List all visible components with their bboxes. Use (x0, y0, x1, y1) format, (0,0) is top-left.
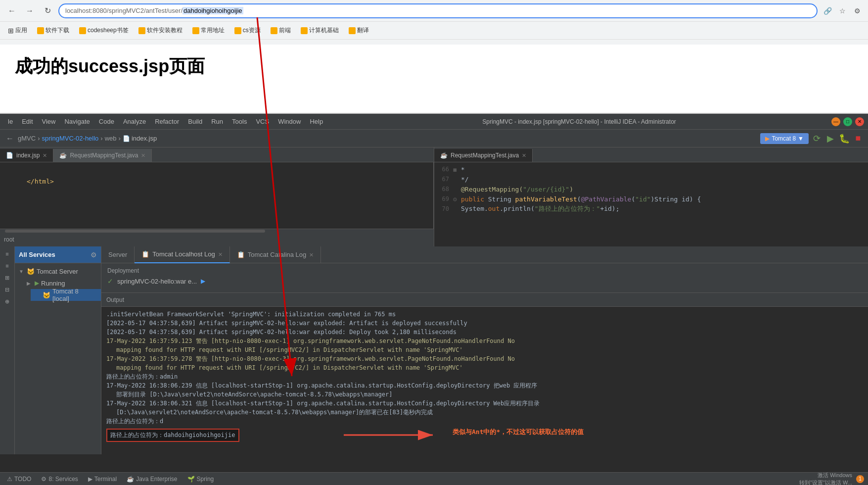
menu-code[interactable]: Code (95, 116, 118, 127)
menu-run[interactable]: Run (207, 116, 227, 127)
tab-requestmapping-right[interactable]: ☕ RequestMappingTest.java ✕ (434, 149, 533, 162)
breadcrumb-springmvc[interactable]: springMVC-02-hello (42, 135, 98, 142)
bookmark-apps-label: 应用 (15, 26, 27, 35)
right-line-70: 70 System.out.println("路径上的占位符为："+id); (434, 204, 868, 214)
tomcat-server-arrow: ▼ (19, 269, 25, 274)
expand-all-btn[interactable]: ≡ (2, 260, 13, 271)
menu-window[interactable]: Window (274, 116, 305, 127)
tab-index-jsp[interactable]: 📄 index.jsp ✕ (0, 149, 53, 162)
left-editor-tabs: 📄 index.jsp ✕ ☕ RequestMappingTest.java … (0, 147, 434, 162)
menu-analyze[interactable]: Analyze (119, 116, 150, 127)
extensions-button[interactable]: ⚙ (851, 5, 863, 17)
menu-view[interactable]: View (38, 116, 60, 127)
right-code-area: 66 ◼ * 67 */ 68 @RequestMapping("/user/{… (434, 162, 868, 227)
tab-server[interactable]: Server (101, 246, 135, 263)
activate-sub: 转到"设置"以激活 W... (799, 479, 852, 485)
run-button[interactable]: ▶ (824, 133, 836, 145)
breadcrumb-indexjsp[interactable]: index.jsp (132, 135, 157, 142)
bookmark-cs[interactable]: cs资源 (230, 25, 265, 36)
panel-settings-icon[interactable]: ⚙ (91, 251, 97, 259)
tab-catalina-close[interactable]: ✕ (309, 246, 314, 263)
running-arrow: ▶ (27, 281, 33, 286)
breadcrumb-gmvc[interactable]: gMVC (18, 135, 36, 142)
bookmark-codesheep[interactable]: codesheep书签 (75, 25, 133, 36)
line-67: 67 (434, 176, 449, 183)
status-todo[interactable]: ⚠ TODO (4, 476, 34, 483)
filter-btn[interactable]: ⊟ (2, 284, 13, 295)
tab-tomcat-catalina-log[interactable]: 📋 Tomcat Catalina Log ✕ (230, 246, 321, 263)
bookmark-install[interactable]: 软件安装教程 (135, 25, 186, 36)
tab-tomcat-catalina-label: Tomcat Catalina Log (248, 246, 307, 263)
status-todo-label: TODO (14, 476, 31, 483)
menu-vcs[interactable]: VCS (252, 116, 273, 127)
code-70: System.out.println("路径上的占位符为："+id); (461, 204, 620, 213)
output-line-4: 17-May-2022 16:37:59.123 警告 [http-nio-80… (106, 337, 863, 345)
menu-tools[interactable]: Tools (228, 116, 251, 127)
bookmark-translate[interactable]: 翻译 (345, 25, 373, 36)
status-spring[interactable]: 🌱 Spring (184, 476, 217, 483)
tomcat-server-icon: 🐱 (27, 268, 35, 275)
output-line-8: 17-May-2022 16:38:06.321 信息 [localhost-s… (106, 399, 863, 408)
stop-button[interactable]: ■ (852, 133, 864, 145)
status-spring-label: Spring (197, 476, 214, 483)
bottom-panel: ≡ ≡ ⊞ ⊟ ⊕ All Services ⚙ ▼ 🐱 Tomcat Serv… (0, 246, 868, 454)
menu-refactor[interactable]: Refactor (151, 116, 183, 127)
status-terminal[interactable]: ▶ Terminal (85, 476, 120, 483)
tab-requestmapping-left[interactable]: ☕ RequestMappingTest.java ✕ (53, 149, 152, 162)
bookmark-cs-basics[interactable]: 计算机基础 (297, 25, 343, 36)
menu-edit[interactable]: Edit (18, 116, 37, 127)
menu-build[interactable]: Build (184, 116, 206, 127)
editor-area: 📄 index.jsp ✕ ☕ RequestMappingTest.java … (0, 147, 868, 246)
deployment-action-btn[interactable]: ▶ (201, 278, 205, 285)
all-services-title: All Services (19, 251, 55, 258)
right-editor-pane: ☕ RequestMappingTest.java ✕ 66 ◼ * 67 */ (434, 147, 868, 246)
maximize-button[interactable]: □ (843, 117, 852, 126)
java-file-icon-right: ☕ (440, 152, 448, 159)
status-java-enterprise[interactable]: ☕ Java Enterprise (124, 476, 180, 483)
breadcrumb-sep3: › (119, 135, 121, 142)
bookmark-button[interactable]: ☆ (836, 5, 848, 17)
status-services[interactable]: ⚙ 8: Services (38, 476, 81, 483)
tree-tomcat-server[interactable]: ▼ 🐱 Tomcat Server (15, 265, 101, 277)
group-btn[interactable]: ⊞ (2, 272, 13, 283)
activate-windows-notice[interactable]: 激活 Windows 转到"设置"以激活 W... (799, 472, 852, 485)
output-container: Output .initServletBean FrameworkServlet… (101, 293, 868, 454)
line-69: 69 (434, 195, 449, 202)
services-tree-panel: All Services ⚙ ▼ 🐱 Tomcat Server ▶ ▶ Run… (15, 246, 101, 454)
tab-requestmapping-left-close[interactable]: ✕ (141, 152, 145, 159)
menu-help[interactable]: Help (306, 116, 327, 127)
address-bar[interactable]: localhost:8080/springMVC2/antTest/user/d… (58, 3, 818, 18)
build-button[interactable]: ⟳ (811, 133, 822, 145)
annotation-text: 类似与Ant中的*，不过这可以获取占位符的值 (453, 428, 584, 436)
close-button[interactable]: ✕ (855, 117, 864, 126)
share-button[interactable]: 🔗 (822, 5, 833, 17)
breadcrumb-web[interactable]: web (105, 135, 117, 142)
minimize-button[interactable]: — (831, 117, 840, 126)
bookmark-apps[interactable]: ⊞ 应用 (4, 25, 31, 36)
bookmark-software[interactable]: 软件下载 (33, 25, 73, 36)
forward-button[interactable]: → (23, 4, 37, 18)
run-config-button[interactable]: ▶ Tomcat 8 ▼ (760, 133, 809, 144)
tree-tomcat8[interactable]: 🐱 Tomcat 8 [local] (31, 289, 101, 301)
menu-le[interactable]: le (4, 116, 17, 127)
back-button[interactable]: ← (5, 4, 19, 18)
tomcat8-icon: 🐱 (43, 291, 50, 299)
menu-navigate[interactable]: Navigate (60, 116, 93, 127)
deployment-item: ✓ springMVC-02-hello:war e... ▶ (107, 277, 862, 285)
bookmark-common[interactable]: 常用地址 (188, 25, 228, 36)
tab-requestmapping-right-close[interactable]: ✕ (522, 152, 526, 159)
tab-index-jsp-close[interactable]: ✕ (43, 152, 47, 159)
horizontal-scrollbar[interactable] (0, 229, 434, 233)
reload-button[interactable]: ↻ (41, 4, 54, 18)
gutter-icon-66: ◼ (453, 166, 457, 173)
collapse-all-btn[interactable]: ≡ (2, 248, 13, 259)
output-line-5b: mapping found for HTTP request with URI … (106, 363, 863, 372)
tab-tomcat-localhost-close[interactable]: ✕ (218, 246, 223, 263)
back-nav-icon[interactable]: ← (4, 133, 16, 145)
webpage-area: 成功的success.jsp页面 (0, 45, 868, 114)
add-service-btn[interactable]: ⊕ (2, 296, 13, 307)
bookmark-frontend[interactable]: 前端 (267, 25, 295, 36)
tab-tomcat-localhost-log[interactable]: 📋 Tomcat Localhost Log ✕ (135, 246, 229, 263)
output-line-2: [2022-05-17 04:37:58,639] Artifact sprin… (106, 319, 863, 328)
debug-button[interactable]: 🐛 (838, 133, 850, 145)
